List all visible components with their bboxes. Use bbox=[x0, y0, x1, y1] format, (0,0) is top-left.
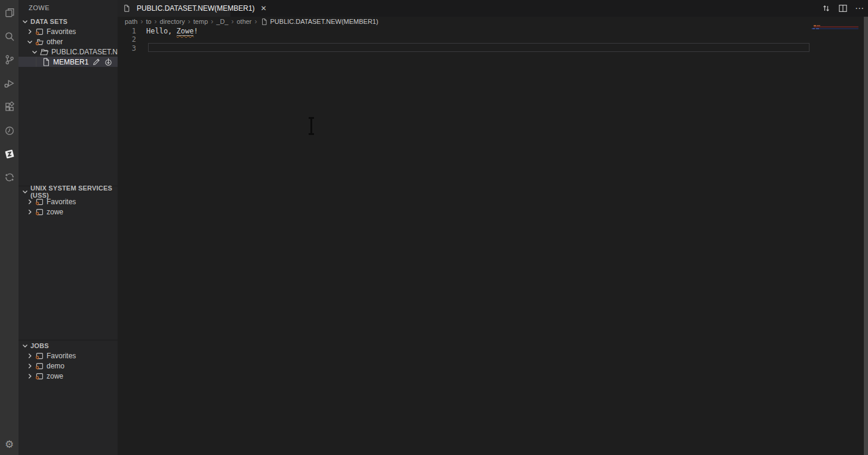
breadcrumb-item[interactable]: directory bbox=[160, 18, 185, 25]
file-icon bbox=[41, 57, 51, 67]
tree-item-member1[interactable]: MEMBER1 bbox=[19, 57, 118, 67]
tab-public-dataset-new-member1[interactable]: PUBLIC.DATASET.NEW(MEMBER1) ✕ bbox=[118, 0, 230, 17]
extensions-icon[interactable] bbox=[0, 98, 19, 116]
breadcrumb-separator: › bbox=[140, 18, 143, 25]
sidebar-title: ZOWE bbox=[19, 0, 118, 16]
explorer-icon[interactable] bbox=[0, 4, 19, 21]
vertical-scrollbar[interactable] bbox=[864, 17, 868, 455]
line-number-gutter: 1 2 3 bbox=[118, 27, 136, 53]
breadcrumb: path › to › directory › temp › _D_ › oth… bbox=[118, 17, 868, 26]
tree-item-favorites-jobs[interactable]: Favorites bbox=[19, 351, 118, 361]
current-line-highlight bbox=[148, 43, 809, 52]
editor-actions: ⋯ bbox=[821, 0, 864, 17]
search-icon[interactable] bbox=[0, 27, 19, 45]
chevron-right-icon bbox=[25, 351, 35, 361]
mouse-ibeam-cursor bbox=[307, 117, 315, 135]
breadcrumb-separator: › bbox=[155, 18, 157, 25]
chevron-right-icon bbox=[25, 207, 35, 217]
indent-guide bbox=[36, 57, 36, 67]
tree-item-zowe-uss[interactable]: zowe bbox=[19, 207, 118, 217]
breadcrumb-item-file[interactable]: PUBLIC.DATASET.NEW(MEMBER1) bbox=[260, 17, 378, 26]
code-editor[interactable]: 1 2 3 Hello, Zowe! bbox=[118, 26, 868, 455]
more-actions-icon[interactable]: ⋯ bbox=[855, 4, 864, 13]
tree-item-favorites-uss[interactable]: Favorites bbox=[19, 196, 118, 207]
line-number: 2 bbox=[118, 35, 136, 44]
pane-uss: UNIX SYSTEM SERVICES (USS) Favorites bbox=[19, 186, 118, 217]
breadcrumb-item[interactable]: other bbox=[236, 18, 251, 25]
run-debug-icon[interactable] bbox=[0, 74, 19, 92]
tree-item-demo-jobs[interactable]: demo bbox=[19, 361, 118, 371]
chevron-down-icon bbox=[20, 341, 30, 351]
code-line-1: Hello, Zowe! bbox=[146, 27, 198, 35]
download-member-icon[interactable] bbox=[104, 57, 113, 66]
tree-item-favorites-datasets[interactable]: Favorites bbox=[19, 26, 118, 36]
file-icon bbox=[260, 17, 269, 26]
breadcrumb-separator: › bbox=[255, 18, 257, 25]
pane-header-uss[interactable]: UNIX SYSTEM SERVICES (USS) bbox=[19, 186, 118, 196]
minimap-selection-mark bbox=[816, 28, 819, 29]
code-line-3 bbox=[146, 44, 198, 53]
session-icon bbox=[35, 27, 44, 36]
pane-header-data-sets[interactable]: DATA SETS bbox=[19, 16, 118, 26]
sync-icon[interactable] bbox=[0, 168, 19, 186]
pane-data-sets: DATA SETS Favorites bbox=[19, 16, 118, 67]
pane-header-jobs[interactable]: JOBS bbox=[19, 340, 118, 351]
source-control-icon[interactable] bbox=[0, 51, 19, 69]
tab-label: PUBLIC.DATASET.NEW(MEMBER1) bbox=[137, 4, 255, 13]
code-line-2 bbox=[146, 35, 198, 44]
breadcrumb-separator: › bbox=[188, 18, 190, 25]
minimap-selection-mark bbox=[812, 28, 815, 29]
session-icon bbox=[35, 361, 44, 371]
edit-pencil-icon[interactable] bbox=[92, 57, 101, 66]
tree-item-zowe-jobs[interactable]: zowe bbox=[19, 371, 118, 381]
split-editor-icon[interactable] bbox=[838, 4, 848, 13]
history-icon[interactable] bbox=[0, 122, 19, 140]
activity-bar: ⚙ bbox=[0, 0, 19, 455]
line-number: 3 bbox=[118, 44, 136, 53]
zowe-sidebar: ZOWE DATA SETS Favorites bbox=[19, 0, 118, 455]
folder-opened-icon bbox=[39, 47, 49, 57]
pane-jobs: JOBS Favorites bbox=[19, 340, 118, 381]
session-icon bbox=[35, 197, 44, 207]
tree-item-profile-other[interactable]: other bbox=[19, 36, 118, 47]
misspelled-word: Zowe bbox=[177, 27, 194, 36]
settings-gear-icon[interactable]: ⚙ bbox=[0, 435, 19, 453]
session-icon bbox=[35, 351, 44, 361]
breadcrumb-item[interactable]: temp bbox=[193, 18, 208, 25]
chevron-right-icon bbox=[25, 27, 35, 36]
inline-actions bbox=[92, 57, 113, 67]
zowe-explorer-icon[interactable] bbox=[0, 145, 19, 163]
line-number: 1 bbox=[118, 27, 136, 35]
chevron-down-icon bbox=[25, 37, 35, 47]
session-open-icon bbox=[35, 37, 44, 47]
chevron-right-icon bbox=[25, 197, 35, 207]
session-icon bbox=[35, 371, 44, 381]
chevron-down-icon bbox=[20, 187, 30, 196]
code-lines: Hello, Zowe! bbox=[146, 27, 198, 53]
breadcrumb-separator: › bbox=[231, 18, 233, 25]
breadcrumb-file-label: PUBLIC.DATASET.NEW(MEMBER1) bbox=[270, 18, 378, 25]
session-icon bbox=[35, 207, 44, 217]
editor-group: PUBLIC.DATASET.NEW(MEMBER1) ✕ ⋯ bbox=[118, 0, 868, 455]
file-icon bbox=[122, 4, 131, 13]
chevron-down-icon bbox=[30, 47, 39, 57]
breadcrumb-item[interactable]: _D_ bbox=[216, 18, 228, 25]
breadcrumb-item[interactable]: path bbox=[125, 18, 137, 25]
vscode-window: ⚙ ZOWE DATA SETS bbox=[0, 0, 868, 455]
breadcrumb-separator: › bbox=[211, 18, 213, 25]
minimap-squiggle-mark bbox=[814, 26, 858, 27]
close-icon[interactable]: ✕ bbox=[261, 5, 267, 12]
tab-bar: PUBLIC.DATASET.NEW(MEMBER1) ✕ ⋯ bbox=[118, 0, 868, 17]
breadcrumb-item[interactable]: to bbox=[146, 18, 151, 25]
chevron-down-icon bbox=[20, 17, 30, 26]
compare-swap-icon[interactable] bbox=[821, 4, 831, 13]
chevron-right-icon bbox=[25, 361, 35, 371]
tree-item-public-dataset-new[interactable]: PUBLIC.DATASET.NEW bbox=[19, 47, 118, 57]
chevron-right-icon bbox=[25, 371, 35, 381]
